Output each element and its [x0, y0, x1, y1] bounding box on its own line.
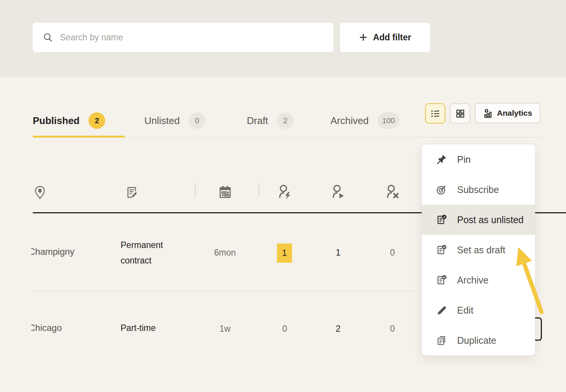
- candidate-in-progress-icon: [330, 184, 346, 201]
- column-header-contract: [125, 185, 139, 199]
- menu-item-edit[interactable]: Edit: [422, 295, 535, 325]
- new-candidates-count-highlighted[interactable]: 1: [277, 243, 292, 263]
- in-progress-count: 2: [324, 324, 352, 334]
- location-pin-icon: [33, 185, 47, 200]
- contract-cell: Part-time: [121, 323, 196, 333]
- duplicate-icon: [436, 335, 447, 346]
- menu-item-label: Duplicate: [457, 335, 496, 346]
- add-filter-button[interactable]: Add filter: [340, 23, 430, 52]
- column-header-rejected-candidates: [384, 184, 401, 201]
- tab-unlisted[interactable]: Unlisted 0: [144, 110, 205, 131]
- menu-item-label: Archive: [457, 275, 488, 286]
- add-filter-label: Add filter: [373, 32, 411, 43]
- search-box[interactable]: [33, 23, 333, 52]
- search-input[interactable]: [60, 32, 324, 43]
- tab-draft-label: Draft: [247, 115, 268, 127]
- new-candidates-count: 0: [271, 324, 299, 334]
- tab-published[interactable]: Published 2: [33, 110, 105, 131]
- rejected-count: 0: [378, 324, 407, 334]
- menu-item-label: Edit: [457, 305, 473, 316]
- document-check-icon: [436, 214, 447, 225]
- candidate-rejected-icon: [384, 184, 401, 201]
- context-menu: Pin Subscribe Post as unlisted: [422, 144, 535, 355]
- grid-view-icon: [455, 109, 465, 119]
- column-header-in-progress-candidates: [330, 184, 346, 201]
- location-cell: Chicago: [31, 323, 99, 333]
- document-check-icon: [436, 274, 447, 286]
- column-header-new-candidates: [276, 184, 293, 201]
- menu-item-archive[interactable]: Archive: [422, 265, 535, 295]
- contract-cell: Permanent contract: [121, 237, 181, 268]
- menu-item-label: Pin: [457, 154, 471, 165]
- column-header-location: [33, 185, 47, 200]
- analytics-label: Analytics: [497, 109, 532, 118]
- tab-published-label: Published: [33, 115, 80, 127]
- age-cell: 6mon: [203, 248, 246, 258]
- menu-item-post-as-unlisted[interactable]: Post as unlisted: [422, 205, 535, 235]
- list-view-icon: [430, 109, 441, 119]
- in-progress-count: 1: [324, 248, 352, 258]
- active-tab-underline: [33, 136, 125, 138]
- candidate-new-icon: [276, 184, 293, 201]
- column-header-time: [218, 185, 233, 200]
- age-cell: 1w: [203, 324, 246, 334]
- calendar-icon: [218, 185, 233, 200]
- tab-unlisted-label: Unlisted: [144, 115, 180, 127]
- document-check-icon: [436, 244, 447, 256]
- target-dart-icon: [436, 184, 447, 195]
- menu-item-set-as-draft[interactable]: Set as draft: [422, 235, 535, 265]
- rejected-count: 0: [378, 248, 407, 258]
- plus-icon: [359, 33, 368, 42]
- menu-item-label: Set as draft: [457, 245, 505, 256]
- tab-draft-count-badge: 2: [277, 112, 294, 129]
- pen-icon: [436, 305, 447, 316]
- contract-edit-icon: [125, 185, 139, 199]
- column-divider: [195, 183, 196, 197]
- gear-bar-chart-icon: [483, 108, 493, 118]
- menu-item-subscribe[interactable]: Subscribe: [422, 175, 535, 205]
- grid-view-button[interactable]: [450, 103, 470, 124]
- list-view-button[interactable]: [425, 103, 445, 124]
- tab-archived[interactable]: Archived 100: [330, 110, 399, 131]
- tab-draft[interactable]: Draft 2: [247, 110, 294, 131]
- menu-item-duplicate[interactable]: Duplicate: [422, 325, 535, 355]
- tab-published-count-badge: 2: [89, 112, 105, 129]
- menu-item-label: Subscribe: [457, 184, 499, 195]
- analytics-button[interactable]: Analytics: [475, 103, 540, 123]
- menu-item-label: Post as unlisted: [457, 214, 524, 225]
- location-cell: Champigny: [31, 247, 99, 257]
- pushpin-icon: [436, 154, 447, 165]
- tab-archived-count-badge: 100: [378, 112, 399, 129]
- search-icon: [43, 32, 53, 43]
- tab-archived-label: Archived: [330, 115, 369, 127]
- column-divider: [259, 183, 259, 197]
- menu-item-pin[interactable]: Pin: [422, 144, 535, 175]
- tab-unlisted-count-badge: 0: [189, 112, 205, 129]
